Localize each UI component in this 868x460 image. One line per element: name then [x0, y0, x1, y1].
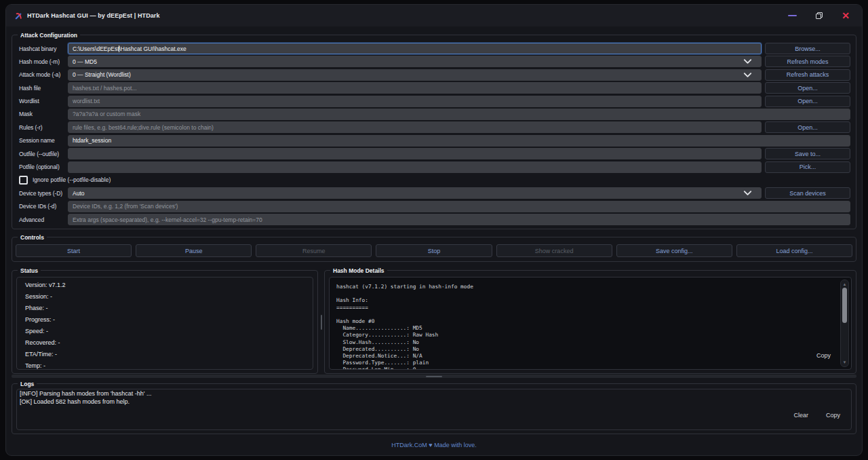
app-window: HTDark Hashcat GUI — by dEEpEst | HTDark…	[5, 4, 863, 456]
device-ids-input[interactable]	[68, 201, 850, 212]
row-mask: Mask	[19, 109, 850, 120]
logs-title: Logs	[18, 380, 37, 388]
logs-group: Logs [INFO] Parsing hash modes from 'has…	[12, 383, 856, 434]
hash-mode-details-title: Hash Mode Details	[330, 267, 387, 275]
row-device-types: Device types (-D) Auto Scan devices	[19, 187, 850, 199]
close-icon[interactable]: ✕	[842, 12, 850, 20]
maximize-icon[interactable]	[816, 12, 823, 19]
chevron-down-icon	[743, 59, 752, 64]
device-types-select[interactable]: Auto	[68, 187, 762, 199]
outfile-label: Outfile (--outfile)	[19, 151, 68, 157]
hash-output-panel: hashcat (v7.1.2) starting in hash-info m…	[329, 277, 852, 370]
wordlist-input[interactable]	[68, 96, 762, 107]
advanced-input[interactable]	[68, 214, 850, 225]
controls-title: Controls	[18, 233, 47, 242]
chevron-down-icon	[743, 191, 752, 196]
hashcat-binary-input[interactable]	[68, 43, 762, 54]
window-title: HTDark Hashcat GUI — by dEEpEst | HTDark	[27, 12, 160, 19]
hash-output-text: hashcat (v7.1.2) starting in hash-info m…	[336, 284, 844, 370]
vertical-splitter[interactable]	[318, 270, 324, 374]
middle-section: Status Version: v7.1.2 Session: - Phase:…	[12, 270, 856, 374]
mask-label: Mask	[19, 111, 68, 117]
row-device-ids: Device IDs (-d)	[19, 201, 850, 212]
status-eta: ETA/Time: -	[25, 348, 304, 360]
scroll-down-icon[interactable]: ▼	[841, 360, 848, 365]
row-hashcat-binary: Hashcat binary Browse...	[19, 43, 850, 54]
row-outfile: Outfile (--outfile) Save to...	[19, 148, 850, 159]
open-wordlist-button[interactable]: Open...	[765, 96, 850, 107]
hash-mode-label: Hash mode (-m)	[19, 58, 68, 65]
device-ids-label: Device IDs (-d)	[19, 203, 68, 210]
hash-copy-button[interactable]: Copy	[816, 352, 831, 359]
text-cursor	[119, 45, 119, 52]
row-potfile: Potfile (optional) Pick...	[19, 161, 850, 173]
log-line: [OK] Loaded 582 hash modes from help.	[20, 398, 848, 406]
status-session: Session: -	[25, 290, 304, 302]
status-panel: Version: v7.1.2 Session: - Phase: - Prog…	[16, 277, 313, 370]
open-hash-file-button[interactable]: Open...	[765, 82, 850, 94]
pause-button[interactable]: Pause	[136, 244, 252, 257]
potfile-input[interactable]	[68, 161, 762, 173]
attack-configuration-title: Attack Configuration	[18, 31, 80, 39]
footer: HTDark.CoM ♥ Made with love.	[6, 434, 862, 455]
row-hash-file: Hash file Open...	[19, 82, 850, 94]
controls-group: Controls Start Pause Resume Stop Show cr…	[12, 237, 856, 262]
refresh-modes-button[interactable]: Refresh modes	[765, 56, 850, 67]
status-version: Version: v7.1.2	[25, 279, 304, 290]
attack-configuration-group: Attack Configuration Hashcat binary Brow…	[12, 35, 856, 229]
footer-text: HTDark.CoM ♥ Made with love.	[391, 442, 476, 448]
chevron-down-icon	[743, 72, 752, 77]
scrollbar-thumb[interactable]	[842, 288, 847, 323]
hashcat-binary-label: Hashcat binary	[19, 45, 68, 52]
status-group: Status Version: v7.1.2 Session: - Phase:…	[12, 270, 318, 374]
open-rules-button[interactable]: Open...	[765, 121, 850, 133]
logs-copy-button[interactable]: Copy	[826, 412, 840, 419]
scroll-up-icon[interactable]: ▲	[841, 282, 848, 287]
row-wordlist: Wordlist Open...	[19, 96, 850, 107]
row-advanced: Advanced	[19, 214, 850, 225]
ignore-potfile-label: Ignore potfile (--potfile-disable)	[33, 176, 111, 183]
row-attack-mode: Attack mode (-a) 0 — Straight (Wordlist)…	[19, 69, 850, 81]
attack-mode-label: Attack mode (-a)	[19, 71, 68, 78]
horizontal-splitter[interactable]	[12, 375, 856, 378]
browse-button[interactable]: Browse...	[765, 43, 850, 54]
minimize-icon[interactable]	[788, 15, 797, 16]
stop-button[interactable]: Stop	[376, 244, 492, 257]
ignore-potfile-checkbox[interactable]	[19, 176, 28, 185]
load-config-button[interactable]: Load config...	[736, 244, 852, 257]
status-title: Status	[18, 267, 41, 275]
wordlist-label: Wordlist	[19, 98, 68, 104]
outfile-input[interactable]	[68, 148, 762, 159]
logs-panel: [INFO] Parsing hash modes from 'hashcat …	[16, 389, 852, 430]
row-hash-mode: Hash mode (-m) 0 — MD5 Refresh modes	[19, 56, 850, 67]
rules-input[interactable]	[68, 121, 762, 133]
log-line: [INFO] Parsing hash modes from 'hashcat …	[20, 389, 848, 398]
row-session-name: Session name	[19, 135, 850, 147]
refresh-attacks-button[interactable]: Refresh attacks	[765, 69, 850, 81]
status-recovered: Recovered: -	[25, 337, 304, 348]
rules-label: Rules (-r)	[19, 124, 68, 131]
potfile-label: Potfile (optional)	[19, 164, 68, 170]
row-ignore-potfile: Ignore potfile (--potfile-disable)	[19, 174, 850, 186]
logs-clear-button[interactable]: Clear	[793, 412, 808, 419]
mask-input[interactable]	[68, 109, 850, 120]
scrollbar[interactable]: ▲ ▼	[840, 280, 849, 367]
hash-mode-select[interactable]: 0 — MD5	[68, 56, 762, 67]
scan-devices-button[interactable]: Scan devices	[765, 187, 850, 199]
save-to-button[interactable]: Save to...	[765, 148, 850, 159]
row-rules: Rules (-r) Open...	[19, 121, 850, 133]
device-types-label: Device types (-D)	[19, 190, 68, 197]
pick-button[interactable]: Pick...	[765, 161, 850, 173]
status-progress: Progress: -	[25, 313, 304, 325]
advanced-label: Advanced	[19, 216, 68, 223]
resume-button: Resume	[256, 244, 372, 257]
save-config-button[interactable]: Save config...	[616, 244, 732, 257]
app-icon	[14, 12, 23, 20]
hash-file-input[interactable]	[68, 82, 762, 94]
status-phase: Phase: -	[25, 302, 304, 313]
attack-mode-select[interactable]: 0 — Straight (Wordlist)	[68, 69, 762, 81]
show-cracked-button: Show cracked	[496, 244, 612, 257]
start-button[interactable]: Start	[16, 244, 132, 257]
titlebar: HTDark Hashcat GUI — by dEEpEst | HTDark…	[6, 5, 862, 26]
session-name-input[interactable]	[68, 135, 850, 147]
